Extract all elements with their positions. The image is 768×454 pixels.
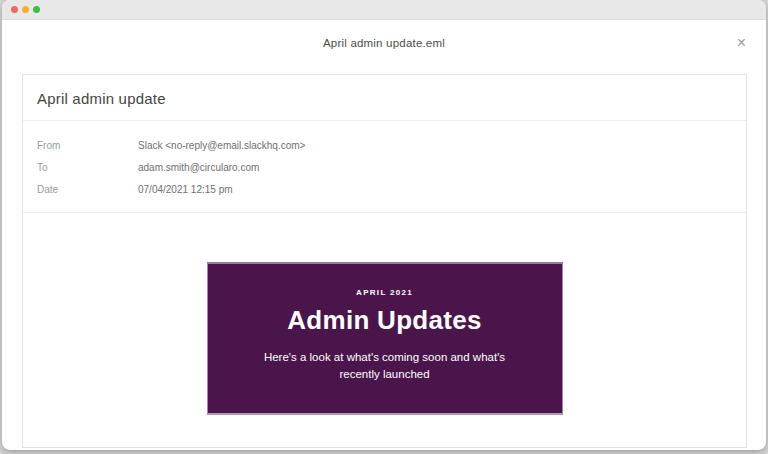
meta-value-date: 07/04/2021 12:15 pm [138,184,233,195]
meta-label: To [37,162,138,173]
email-body: APRIL 2021 Admin Updates Here's a look a… [23,213,746,415]
desktop-background: { "window": { "controls": [ { "name": "c… [0,0,768,454]
eml-viewer-window: April admin update.eml × April admin upd… [2,0,766,450]
meta-row-to: To adam.smith@circularo.com [37,156,732,178]
email-meta: From Slack <no-reply@email.slackhq.com> … [23,121,746,213]
meta-label: From [37,140,138,151]
meta-value-from: Slack <no-reply@email.slackhq.com> [138,140,305,151]
email-banner: APRIL 2021 Admin Updates Here's a look a… [207,262,563,415]
email-preview-card: April admin update From Slack <no-reply@… [22,74,747,448]
meta-label: Date [37,184,138,195]
banner-subtitle: Here's a look at what's coming soon and … [253,349,517,383]
close-window-button[interactable] [11,6,18,13]
meta-row-date: Date 07/04/2021 12:15 pm [37,178,732,200]
banner-eyebrow: APRIL 2021 [208,288,562,297]
meta-value-to: adam.smith@circularo.com [138,162,259,173]
banner-title: Admin Updates [208,305,562,336]
window-titlebar[interactable] [2,0,766,20]
close-button[interactable]: × [737,35,746,51]
viewer-header: April admin update.eml × [2,20,766,66]
zoom-window-button[interactable] [33,6,40,13]
meta-row-from: From Slack <no-reply@email.slackhq.com> [37,134,732,156]
document-title: April admin update.eml [323,37,445,49]
email-subject: April admin update [23,75,746,121]
close-icon: × [737,34,746,51]
minimize-window-button[interactable] [22,6,29,13]
